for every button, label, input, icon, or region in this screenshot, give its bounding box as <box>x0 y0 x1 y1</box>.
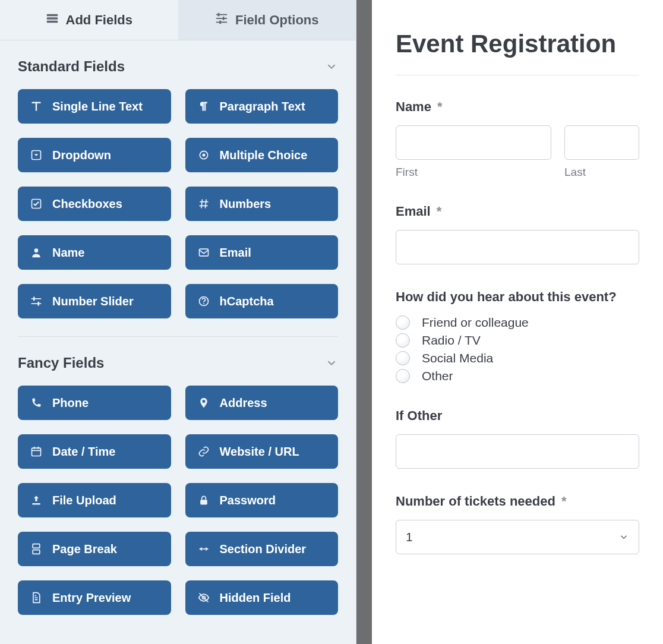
tickets-select[interactable]: 1 <box>396 520 639 554</box>
section-title: Standard Fields <box>18 58 125 75</box>
if-other-input[interactable] <box>396 434 639 469</box>
radio-label: Other <box>422 369 453 383</box>
field-button-paragraph[interactable]: Paragraph Text <box>185 89 339 124</box>
title-divider <box>396 75 639 75</box>
radio-label: Social Media <box>422 351 493 365</box>
field-label: Number of tickets needed * <box>396 494 639 509</box>
radio-option[interactable]: Radio / TV <box>396 333 639 348</box>
tab-field-options[interactable]: Field Options <box>178 0 356 40</box>
field-if-other[interactable]: If Other <box>396 408 639 469</box>
field-button-envelope[interactable]: Email <box>185 235 339 270</box>
sublabel-first: First <box>396 166 551 179</box>
text-icon <box>30 100 43 113</box>
radio-icon <box>396 315 410 330</box>
email-input[interactable] <box>396 230 639 264</box>
field-button-divider[interactable]: Section Divider <box>185 532 339 566</box>
field-button-label: Entry Preview <box>52 591 131 605</box>
slider-icon <box>30 295 43 308</box>
link-icon <box>197 445 210 458</box>
field-button-upload[interactable]: File Upload <box>18 483 171 517</box>
field-button-label: Dropdown <box>52 149 111 162</box>
doc-icon <box>30 591 43 604</box>
field-button-label: hCaptcha <box>220 295 274 308</box>
envelope-icon <box>197 246 210 259</box>
pagebreak-icon <box>30 542 43 555</box>
field-button-pin[interactable]: Address <box>185 386 339 420</box>
field-tickets[interactable]: Number of tickets needed * 1 <box>396 494 639 554</box>
field-button-label: Email <box>220 246 251 260</box>
radio-option[interactable]: Social Media <box>396 351 639 365</box>
form-preview: Event Registration Name * First Last Ema… <box>372 0 663 644</box>
field-label: If Other <box>396 408 639 424</box>
tab-label: Field Options <box>235 12 319 28</box>
field-button-link[interactable]: Website / URL <box>185 434 339 469</box>
sliders-icon <box>215 12 228 29</box>
divider-icon <box>197 542 210 555</box>
field-button-label: Numbers <box>220 197 271 211</box>
sublabel-last: Last <box>564 166 639 179</box>
chevron-down-icon <box>618 532 629 542</box>
field-button-pagebreak[interactable]: Page Break <box>18 532 171 566</box>
user-icon <box>30 246 43 259</box>
field-hear-about[interactable]: How did you hear about this event? Frien… <box>396 289 639 383</box>
fields-panel: Add Fields Field Options Standard Fields… <box>0 0 356 644</box>
section-divider <box>18 336 338 337</box>
hash-icon <box>197 197 210 210</box>
first-name-input[interactable] <box>396 125 551 160</box>
field-button-label: Date / Time <box>52 445 115 459</box>
field-button-label: Address <box>220 396 267 410</box>
field-button-label: Single Line Text <box>52 100 143 113</box>
field-button-label: File Upload <box>52 494 116 507</box>
field-email[interactable]: Email * <box>396 204 639 264</box>
standard-fields-grid: Single Line TextParagraph TextDropdownMu… <box>18 89 338 318</box>
field-button-eyeoff[interactable]: Hidden Field <box>185 580 339 615</box>
field-button-label: Checkboxes <box>52 197 122 211</box>
field-button-check[interactable]: Checkboxes <box>18 187 171 221</box>
field-button-calendar[interactable]: Date / Time <box>18 434 171 469</box>
tab-add-fields[interactable]: Add Fields <box>0 0 178 40</box>
radio-icon <box>396 351 410 365</box>
field-button-phone[interactable]: Phone <box>18 386 171 420</box>
radio-label: Radio / TV <box>422 333 481 348</box>
chevron-down-icon <box>325 356 338 370</box>
field-button-label: Page Break <box>52 542 117 556</box>
tab-label: Add Fields <box>66 12 132 28</box>
form-title: Event Registration <box>396 30 639 58</box>
radio-option[interactable]: Other <box>396 369 639 383</box>
phone-icon <box>30 396 43 409</box>
section-fancy-header[interactable]: Fancy Fields <box>18 355 338 371</box>
field-button-label: Paragraph Text <box>220 100 305 113</box>
check-icon <box>30 197 43 210</box>
dropdown-icon <box>30 149 43 162</box>
last-name-input[interactable] <box>564 125 639 160</box>
panel-gutter <box>356 0 372 644</box>
question-icon <box>197 295 210 308</box>
field-button-slider[interactable]: Number Slider <box>18 284 171 318</box>
field-button-user[interactable]: Name <box>18 235 171 270</box>
radio-label: Friend or colleague <box>422 315 529 330</box>
select-value: 1 <box>406 530 413 544</box>
field-button-label: Multiple Choice <box>220 149 308 162</box>
field-button-label: Phone <box>52 396 89 410</box>
section-standard-header[interactable]: Standard Fields <box>18 58 338 75</box>
panel-body: Standard Fields Single Line TextParagrap… <box>0 40 356 633</box>
field-button-doc[interactable]: Entry Preview <box>18 580 171 615</box>
field-button-dropdown[interactable]: Dropdown <box>18 138 171 172</box>
field-label: Name * <box>396 99 639 115</box>
section-title: Fancy Fields <box>18 355 104 371</box>
panel-tabs: Add Fields Field Options <box>0 0 356 40</box>
field-button-label: Number Slider <box>52 295 134 308</box>
field-button-label: Password <box>220 494 276 507</box>
field-label: How did you hear about this event? <box>396 289 639 305</box>
field-button-radio[interactable]: Multiple Choice <box>185 138 339 172</box>
calendar-icon <box>30 445 43 458</box>
field-name[interactable]: Name * First Last <box>396 99 639 179</box>
field-button-question[interactable]: hCaptcha <box>185 284 339 318</box>
field-button-text[interactable]: Single Line Text <box>18 89 171 124</box>
chevron-down-icon <box>325 60 338 73</box>
paragraph-icon <box>197 100 210 113</box>
field-button-lock[interactable]: Password <box>185 483 339 517</box>
radio-option[interactable]: Friend or colleague <box>396 315 639 330</box>
eyeoff-icon <box>197 591 210 604</box>
field-button-hash[interactable]: Numbers <box>185 187 339 221</box>
